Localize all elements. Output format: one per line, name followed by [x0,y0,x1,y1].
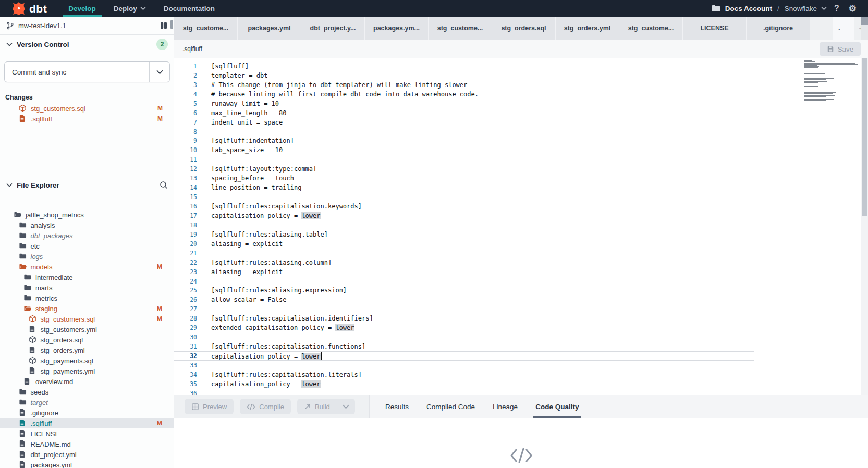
commit-options-caret[interactable] [149,62,169,82]
code-line-24[interactable]: 24 [174,277,868,286]
editor-tab[interactable]: stg_custome... [619,17,683,40]
tree-item-LICENSE[interactable]: LICENSE [0,428,174,439]
tree-item-overview.md[interactable]: overview.md [0,376,174,387]
code-line-27[interactable]: 27 [174,304,868,314]
tree-item-staging[interactable]: stagingM [0,303,174,314]
search-icon[interactable] [160,181,168,189]
code-line-28[interactable]: 28[sqlfluff:rules:capitalisation.identif… [174,314,868,323]
code-line-33[interactable]: 33 [174,361,868,370]
minimap[interactable] [804,60,860,102]
code-line-35[interactable]: 35capitalisation_policy = lower [174,379,868,389]
preview-button[interactable]: Preview [185,399,234,414]
editor-scrollbar[interactable] [861,58,868,395]
tree-item-seeds[interactable]: seeds [0,387,174,397]
code-line-8[interactable]: 8 [174,127,868,137]
editor-tab-active-partial[interactable]: . [833,17,854,40]
code-line-4[interactable]: 4# because linting will first compile db… [174,90,868,99]
code-line-31[interactable]: 31[sqlfluff:rules:capitalisation.functio… [174,342,868,351]
file-explorer-header[interactable]: File Explorer [0,176,174,194]
tree-item-metrics[interactable]: metrics [0,293,174,303]
code-line-13[interactable]: 13spacing_before = touch [174,174,868,183]
panel-tab-lineage[interactable]: Lineage [493,395,518,418]
code-line-34[interactable]: 34[sqlfluff:rules:capitalisation.literal… [174,370,868,379]
editor-tab[interactable]: LICENSE [683,17,747,40]
tree-item-stg_customers.sql[interactable]: stg_customers.sqlM [0,314,174,324]
code-line-29[interactable]: 29extended_capitalisation_policy = lower [174,323,868,332]
code-line-6[interactable]: 6max_line_length = 80 [174,108,868,118]
code-line-5[interactable]: 5runaway_limit = 10 [174,99,868,108]
tree-item-target[interactable]: target [0,397,174,408]
editor-tab[interactable]: stg_orders.sql [492,17,556,40]
code-line-12[interactable]: 12[sqlfluff:layout:type:comma] [174,164,868,174]
nav-item-develop[interactable]: Develop [59,0,105,17]
tree-item-intermediate[interactable]: intermediate [0,272,174,282]
code-line-22[interactable]: 22[sqlfluff:rules:aliasing.column] [174,258,868,267]
editor-tab[interactable]: packages.ym... [365,17,429,40]
panels-icon[interactable] [160,22,168,29]
panel-tab-compiled-code[interactable]: Compiled Code [426,395,475,418]
editor-tab[interactable]: packages.yml [238,17,301,40]
tree-item-jaffle_shop_metrics[interactable]: jaffle_shop_metrics [0,210,174,220]
save-button[interactable]: Save [820,42,861,56]
tree-item-stg_payments.sql[interactable]: stg_payments.sql [0,355,174,366]
code-line-1[interactable]: 1[sqlfluff] [174,61,868,71]
code-line-23[interactable]: 23aliasing = explicit [174,267,868,277]
commit-and-sync-button[interactable]: Commit and sync [4,61,170,82]
code-line-19[interactable]: 19[sqlfluff:rules:aliasing.table] [174,230,868,239]
tree-item-analysis[interactable]: analysis [0,220,174,230]
tree-item-README.md[interactable]: README.md [0,439,174,449]
compile-button[interactable]: Compile [240,399,291,414]
version-control-header[interactable]: Version Control 2 [0,35,174,54]
code-line-15[interactable]: 15 [174,192,868,202]
change-item-.sqlfluff[interactable]: .sqlfluffM [0,114,174,124]
code-line-21[interactable]: 21 [174,249,868,258]
nav-item-deploy[interactable]: Deploy [105,0,155,17]
tree-item-stg_orders.yml[interactable]: stg_orders.yml [0,345,174,355]
change-item-stg_customers.sql[interactable]: stg_customers.sqlM [0,103,174,114]
tree-item-.sqlfluff[interactable]: .sqlfluffM [0,418,174,428]
code-line-10[interactable]: 10tab_space_size = 10 [174,145,868,155]
tree-item-stg_customers.yml[interactable]: stg_customers.yml [0,324,174,335]
panel-tab-results[interactable]: Results [385,395,409,418]
code-line-26[interactable]: 26allow_scalar = False [174,295,868,304]
editor-tab[interactable]: dbt_project.y... [301,17,365,40]
code-line-16[interactable]: 16[sqlfluff:rules:capitalisation.keyword… [174,202,868,211]
gear-icon[interactable]: ⚙ [847,3,859,14]
code-line-17[interactable]: 17capitalisation_policy = lower [174,211,868,220]
code-line-36[interactable]: 36 [174,389,868,395]
code-line-14[interactable]: 14line_position = trailing [174,183,868,192]
editor-tab[interactable]: .gitignore [747,17,810,40]
nav-item-documentation[interactable]: Documentation [155,0,224,17]
code-line-20[interactable]: 20aliasing = explicit [174,239,868,249]
editor-tab[interactable]: stg_custome... [429,17,492,40]
tree-item-dbt_packages[interactable]: dbt_packages [0,230,174,241]
tree-item-stg_payments.yml[interactable]: stg_payments.yml [0,366,174,376]
dbt-logo[interactable]: dbt [0,0,54,17]
editor-tab[interactable]: stg_custome... [174,17,238,40]
code-line-9[interactable]: 9[sqlfluff:indentation] [174,137,868,146]
code-line-7[interactable]: 7indent_unit = space [174,118,868,127]
panel-tab-code-quality[interactable]: Code Quality [535,395,579,418]
tree-item-marts[interactable]: marts [0,282,174,293]
tree-item-logs[interactable]: logs [0,251,174,262]
code-editor[interactable]: 1[sqlfluff]2templater = dbt3# This chang… [174,58,868,395]
tabbar-scroll-corner[interactable] [861,17,868,25]
editor-tab[interactable]: stg_orders.yml [556,17,619,40]
tree-item-.gitignore[interactable]: .gitignore [0,408,174,418]
sidebar-scrollbar[interactable] [170,20,173,29]
tree-item-packages.yml[interactable]: packages.yml [0,460,174,468]
tree-item-models[interactable]: modelsM [0,262,174,272]
help-icon[interactable]: ? [832,4,841,13]
code-line-2[interactable]: 2templater = dbt [174,71,868,80]
code-line-25[interactable]: 25[sqlfluff:rules:aliasing.expression] [174,286,868,295]
build-options-caret[interactable] [337,399,355,414]
code-line-32[interactable]: 32capitalisation_policy = lower [174,351,754,361]
code-line-3[interactable]: 3# This change (from jinja to dbt templa… [174,80,868,90]
account-switcher[interactable]: Docs Account / Snowflake [725,5,827,13]
changes-count-badge[interactable]: 2 [156,39,168,50]
code-line-11[interactable]: 11 [174,155,868,164]
code-line-30[interactable]: 30 [174,332,868,342]
tree-item-etc[interactable]: etc [0,241,174,251]
tree-item-stg_orders.sql[interactable]: stg_orders.sql [0,335,174,345]
build-button[interactable]: Build [297,399,337,414]
